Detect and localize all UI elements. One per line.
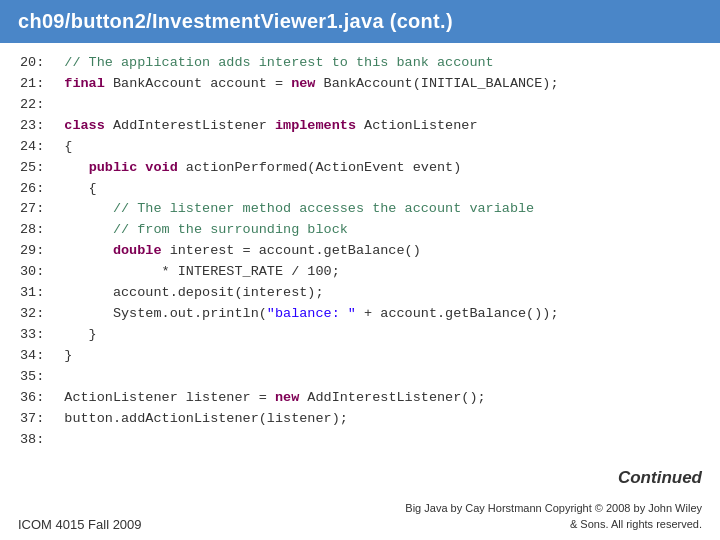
line-number: 32: [20,304,64,325]
code-line: * INTEREST_RATE / 100; [64,262,700,283]
line-number: 26: [20,179,64,200]
table-row: 36: ActionListener listener = new AddInt… [20,388,700,409]
table-row: 34: } [20,346,700,367]
table-row: 28: // from the surrounding block [20,220,700,241]
line-number: 24: [20,137,64,158]
code-line: double interest = account.getBalance() [64,241,700,262]
code-line: button.addActionListener(listener); [64,409,700,430]
line-number: 34: [20,346,64,367]
code-line: { [64,137,700,158]
code-content: 20: // The application adds interest to … [0,43,720,451]
copyright-label: Big Java by Cay Horstmann Copyright © 20… [405,501,702,532]
table-row: 31: account.deposit(interest); [20,283,700,304]
table-row: 37: button.addActionListener(listener); [20,409,700,430]
table-row: 27: // The listener method accesses the … [20,199,700,220]
line-number: 29: [20,241,64,262]
table-row: 24: { [20,137,700,158]
code-line: final BankAccount account = new BankAcco… [64,74,700,95]
line-number: 28: [20,220,64,241]
line-number: 25: [20,158,64,179]
code-line: public void actionPerformed(ActionEvent … [64,158,700,179]
table-row: 20: // The application adds interest to … [20,53,700,74]
line-number: 31: [20,283,64,304]
table-row: 25: public void actionPerformed(ActionEv… [20,158,700,179]
table-row: 22: [20,95,700,116]
line-number: 33: [20,325,64,346]
line-number: 22: [20,95,64,116]
code-line: } [64,346,700,367]
line-number: 38: [20,430,64,451]
code-table: 20: // The application adds interest to … [20,53,700,451]
code-line: // The listener method accesses the acco… [64,199,700,220]
table-row: 30: * INTEREST_RATE / 100; [20,262,700,283]
code-line: System.out.println("balance: " + account… [64,304,700,325]
table-row: 33: } [20,325,700,346]
line-number: 27: [20,199,64,220]
table-row: 29: double interest = account.getBalance… [20,241,700,262]
code-line: { [64,179,700,200]
table-row: 38: [20,430,700,451]
code-line: class AddInterestListener implements Act… [64,116,700,137]
line-number: 23: [20,116,64,137]
line-number: 37: [20,409,64,430]
line-number: 21: [20,74,64,95]
footer: ICOM 4015 Fall 2009 Big Java by Cay Hors… [0,495,720,540]
code-line: // The application adds interest to this… [64,53,700,74]
continued-label: Continued [618,468,702,488]
code-line: // from the surrounding block [64,220,700,241]
table-row: 35: [20,367,700,388]
line-number: 20: [20,53,64,74]
table-row: 21: final BankAccount account = new Bank… [20,74,700,95]
table-row: 26: { [20,179,700,200]
code-line: account.deposit(interest); [64,283,700,304]
course-label: ICOM 4015 Fall 2009 [18,517,142,532]
code-line [64,367,700,388]
code-line: ActionListener listener = new AddInteres… [64,388,700,409]
line-number: 30: [20,262,64,283]
table-row: 23: class AddInterestListener implements… [20,116,700,137]
line-number: 35: [20,367,64,388]
page-title: ch09/button2/InvestmentViewer1.java (con… [0,0,720,43]
code-line [64,430,700,451]
code-line: } [64,325,700,346]
code-line [64,95,700,116]
line-number: 36: [20,388,64,409]
table-row: 32: System.out.println("balance: " + acc… [20,304,700,325]
